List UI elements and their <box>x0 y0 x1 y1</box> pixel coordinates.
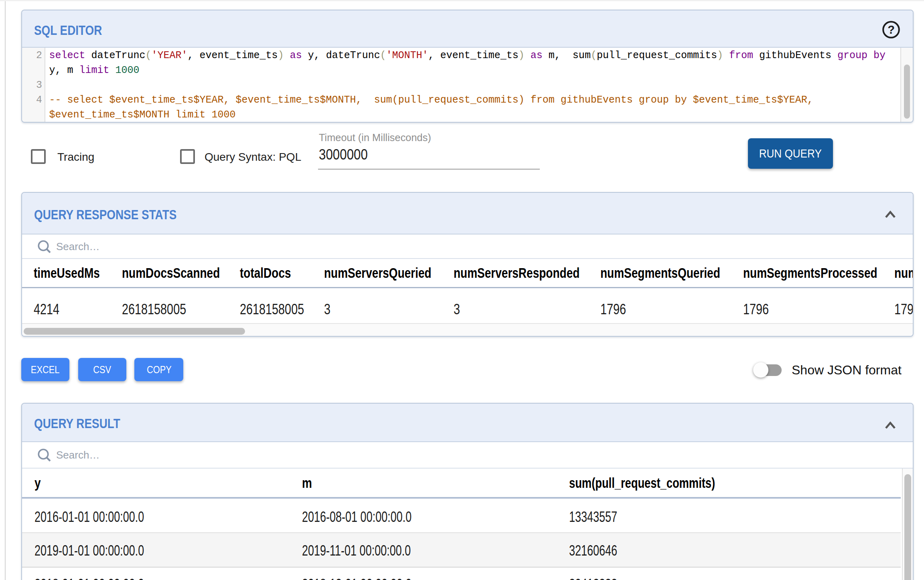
svg-text:?: ? <box>888 23 895 36</box>
